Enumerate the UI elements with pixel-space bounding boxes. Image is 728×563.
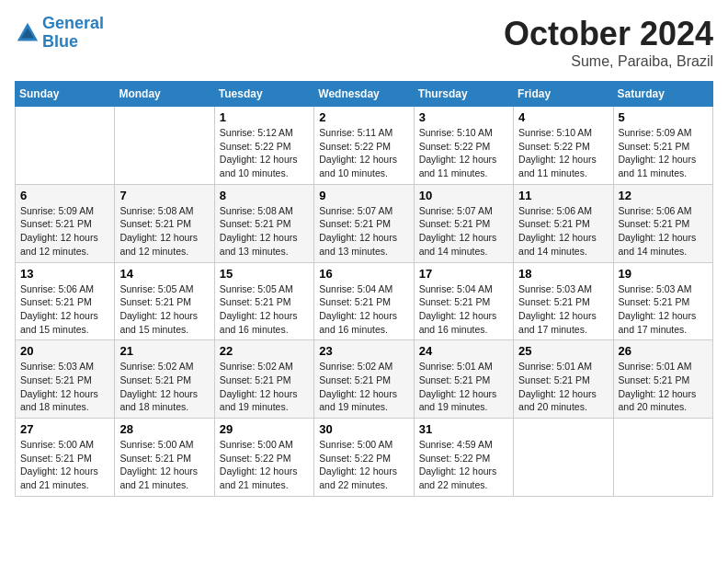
- day-info: Sunrise: 5:05 AM Sunset: 5:21 PM Dayligh…: [220, 282, 309, 337]
- day-info: Sunrise: 5:00 AM Sunset: 5:21 PM Dayligh…: [119, 438, 209, 492]
- day-info: Sunrise: 5:06 AM Sunset: 5:21 PM Dayligh…: [20, 282, 109, 337]
- day-info: Sunrise: 4:59 AM Sunset: 5:22 PM Dayligh…: [419, 438, 508, 492]
- day-info: Sunrise: 5:09 AM Sunset: 5:21 PM Dayligh…: [20, 204, 109, 259]
- calendar-cell: 8Sunrise: 5:08 AM Sunset: 5:21 PM Daylig…: [214, 184, 313, 262]
- day-info: Sunrise: 5:09 AM Sunset: 5:21 PM Dayligh…: [619, 126, 708, 180]
- calendar-cell: 27Sunrise: 5:00 AM Sunset: 5:21 PM Dayli…: [16, 419, 115, 497]
- calendar-week-row: 13Sunrise: 5:06 AM Sunset: 5:21 PM Dayli…: [16, 262, 713, 340]
- logo: General Blue: [15, 15, 104, 52]
- day-info: Sunrise: 5:03 AM Sunset: 5:21 PM Dayligh…: [518, 282, 608, 337]
- day-number: 9: [319, 189, 408, 202]
- day-number: 19: [619, 267, 708, 281]
- calendar-week-row: 20Sunrise: 5:03 AM Sunset: 5:21 PM Dayli…: [16, 340, 713, 419]
- day-info: Sunrise: 5:01 AM Sunset: 5:21 PM Dayligh…: [419, 360, 508, 414]
- calendar-cell: 4Sunrise: 5:10 AM Sunset: 5:22 PM Daylig…: [514, 107, 613, 185]
- calendar-cell: 25Sunrise: 5:01 AM Sunset: 5:21 PM Dayli…: [514, 340, 613, 419]
- day-number: 8: [220, 189, 309, 202]
- day-info: Sunrise: 5:02 AM Sunset: 5:21 PM Dayligh…: [119, 360, 209, 414]
- calendar-cell: [613, 419, 712, 497]
- calendar-cell: 30Sunrise: 5:00 AM Sunset: 5:22 PM Dayli…: [314, 419, 414, 497]
- calendar-cell: 11Sunrise: 5:06 AM Sunset: 5:21 PM Dayli…: [514, 184, 613, 262]
- day-number: 26: [619, 344, 708, 358]
- day-info: Sunrise: 5:02 AM Sunset: 5:21 PM Dayligh…: [319, 360, 408, 414]
- calendar-cell: 19Sunrise: 5:03 AM Sunset: 5:21 PM Dayli…: [613, 262, 712, 340]
- calendar-cell: 6Sunrise: 5:09 AM Sunset: 5:21 PM Daylig…: [16, 184, 115, 262]
- calendar-cell: 7Sunrise: 5:08 AM Sunset: 5:21 PM Daylig…: [115, 184, 214, 262]
- day-number: 5: [619, 110, 708, 124]
- day-info: Sunrise: 5:10 AM Sunset: 5:22 PM Dayligh…: [419, 126, 508, 180]
- calendar-cell: 17Sunrise: 5:04 AM Sunset: 5:21 PM Dayli…: [414, 262, 513, 340]
- calendar-cell: 29Sunrise: 5:00 AM Sunset: 5:22 PM Dayli…: [214, 419, 313, 497]
- day-info: Sunrise: 5:07 AM Sunset: 5:21 PM Dayligh…: [419, 204, 508, 259]
- calendar-cell: [16, 107, 115, 185]
- day-number: 20: [20, 344, 109, 358]
- day-info: Sunrise: 5:10 AM Sunset: 5:22 PM Dayligh…: [518, 126, 608, 180]
- calendar-cell: 23Sunrise: 5:02 AM Sunset: 5:21 PM Dayli…: [314, 340, 414, 419]
- weekday-header: Thursday: [414, 82, 513, 107]
- day-number: 23: [319, 344, 408, 358]
- day-info: Sunrise: 5:04 AM Sunset: 5:21 PM Dayligh…: [319, 282, 408, 337]
- calendar-cell: 26Sunrise: 5:01 AM Sunset: 5:21 PM Dayli…: [613, 340, 712, 419]
- calendar-cell: 31Sunrise: 4:59 AM Sunset: 5:22 PM Dayli…: [414, 419, 513, 497]
- calendar-cell: 5Sunrise: 5:09 AM Sunset: 5:21 PM Daylig…: [613, 107, 712, 185]
- day-number: 16: [319, 267, 408, 281]
- day-info: Sunrise: 5:05 AM Sunset: 5:21 PM Dayligh…: [119, 282, 209, 337]
- logo-icon: [15, 20, 40, 46]
- calendar-cell: 15Sunrise: 5:05 AM Sunset: 5:21 PM Dayli…: [214, 262, 313, 340]
- day-number: 28: [119, 422, 209, 436]
- day-info: Sunrise: 5:01 AM Sunset: 5:21 PM Dayligh…: [619, 360, 708, 414]
- day-info: Sunrise: 5:04 AM Sunset: 5:21 PM Dayligh…: [419, 282, 508, 337]
- calendar-table: SundayMondayTuesdayWednesdayThursdayFrid…: [15, 81, 713, 497]
- day-number: 10: [419, 189, 508, 202]
- day-info: Sunrise: 5:08 AM Sunset: 5:21 PM Dayligh…: [220, 204, 309, 259]
- page-header: General Blue October 2024 Sume, Paraiba,…: [15, 15, 713, 70]
- calendar-cell: 12Sunrise: 5:06 AM Sunset: 5:21 PM Dayli…: [613, 184, 712, 262]
- calendar-cell: 13Sunrise: 5:06 AM Sunset: 5:21 PM Dayli…: [16, 262, 115, 340]
- day-number: 12: [619, 189, 708, 202]
- day-number: 1: [220, 110, 309, 124]
- calendar-cell: 16Sunrise: 5:04 AM Sunset: 5:21 PM Dayli…: [314, 262, 414, 340]
- calendar-cell: 2Sunrise: 5:11 AM Sunset: 5:22 PM Daylig…: [314, 107, 414, 185]
- calendar-cell: 21Sunrise: 5:02 AM Sunset: 5:21 PM Dayli…: [115, 340, 214, 419]
- day-info: Sunrise: 5:03 AM Sunset: 5:21 PM Dayligh…: [20, 360, 109, 414]
- day-number: 2: [319, 110, 408, 124]
- title-block: October 2024 Sume, Paraiba, Brazil: [504, 15, 713, 70]
- day-info: Sunrise: 5:07 AM Sunset: 5:21 PM Dayligh…: [319, 204, 408, 259]
- day-number: 22: [220, 344, 309, 358]
- calendar-cell: 18Sunrise: 5:03 AM Sunset: 5:21 PM Dayli…: [514, 262, 613, 340]
- logo-line1: General: [42, 14, 104, 32]
- day-info: Sunrise: 5:01 AM Sunset: 5:21 PM Dayligh…: [518, 360, 608, 414]
- logo-line2: Blue: [42, 32, 78, 51]
- calendar-week-row: 6Sunrise: 5:09 AM Sunset: 5:21 PM Daylig…: [16, 184, 713, 262]
- day-info: Sunrise: 5:08 AM Sunset: 5:21 PM Dayligh…: [119, 204, 209, 259]
- day-number: 29: [220, 422, 309, 436]
- calendar-cell: [514, 419, 613, 497]
- day-number: 30: [319, 422, 408, 436]
- calendar-cell: 22Sunrise: 5:02 AM Sunset: 5:21 PM Dayli…: [214, 340, 313, 419]
- day-number: 31: [419, 422, 508, 436]
- day-info: Sunrise: 5:06 AM Sunset: 5:21 PM Dayligh…: [518, 204, 608, 259]
- weekday-header: Friday: [514, 82, 613, 107]
- location-subtitle: Sume, Paraiba, Brazil: [504, 53, 713, 70]
- calendar-cell: 10Sunrise: 5:07 AM Sunset: 5:21 PM Dayli…: [414, 184, 513, 262]
- day-number: 7: [119, 189, 209, 202]
- day-number: 24: [419, 344, 508, 358]
- calendar-cell: 20Sunrise: 5:03 AM Sunset: 5:21 PM Dayli…: [16, 340, 115, 419]
- month-title: October 2024: [504, 15, 713, 53]
- logo-text: General Blue: [42, 15, 104, 52]
- day-info: Sunrise: 5:03 AM Sunset: 5:21 PM Dayligh…: [619, 282, 708, 337]
- weekday-header: Tuesday: [214, 82, 313, 107]
- day-info: Sunrise: 5:00 AM Sunset: 5:22 PM Dayligh…: [220, 438, 309, 492]
- calendar-cell: 14Sunrise: 5:05 AM Sunset: 5:21 PM Dayli…: [115, 262, 214, 340]
- day-info: Sunrise: 5:00 AM Sunset: 5:22 PM Dayligh…: [319, 438, 408, 492]
- calendar-cell: [115, 107, 214, 185]
- day-info: Sunrise: 5:02 AM Sunset: 5:21 PM Dayligh…: [220, 360, 309, 414]
- day-number: 11: [518, 189, 608, 202]
- day-number: 27: [20, 422, 109, 436]
- weekday-header: Monday: [115, 82, 214, 107]
- weekday-header: Sunday: [16, 82, 115, 107]
- calendar-week-row: 1Sunrise: 5:12 AM Sunset: 5:22 PM Daylig…: [16, 107, 713, 185]
- day-number: 4: [518, 110, 608, 124]
- day-number: 14: [119, 267, 209, 281]
- calendar-cell: 3Sunrise: 5:10 AM Sunset: 5:22 PM Daylig…: [414, 107, 513, 185]
